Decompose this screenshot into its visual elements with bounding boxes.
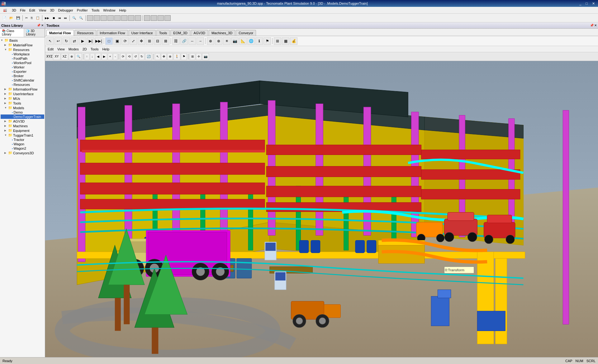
vc-zoom-all[interactable]: ⊕ — [69, 53, 74, 60]
tool-move[interactable]: ✥ — [138, 37, 145, 45]
vc-r2[interactable]: ⟲ — [126, 53, 132, 60]
tool-cursor[interactable]: ↖ — [46, 37, 54, 45]
tool-dash[interactable]: -- — [188, 37, 196, 45]
tb-open[interactable]: 📂 — [8, 15, 14, 21]
tree-item-equipment[interactable]: ▶ 📁 Equipment — [1, 128, 44, 133]
maximize-button[interactable]: □ — [584, 1, 590, 6]
menu-view[interactable]: View — [37, 8, 48, 13]
vc-flag[interactable]: ⚑ — [181, 53, 187, 60]
tab-machines3d[interactable]: Machines_3D — [209, 30, 235, 36]
tb-btn4[interactable]: ⏭ — [63, 15, 68, 21]
tool-rotate[interactable]: ↻ — [63, 37, 70, 45]
tree-item-wagon[interactable]: ▪ Wagon — [1, 142, 44, 146]
menu-file[interactable]: File — [18, 8, 27, 13]
tab-resources[interactable]: Resources — [74, 30, 97, 36]
tab-class-library[interactable]: 📚 Class Library — [0, 29, 24, 37]
tool-link[interactable]: 🔗 — [180, 37, 188, 45]
tool-step-fwd[interactable]: ▶| — [87, 37, 94, 45]
tree-item-resources[interactable]: ▼ 📁 Resources — [1, 47, 44, 52]
tb-b11[interactable] — [158, 15, 164, 21]
tree-item-materialflow[interactable]: ▶ 📁 MaterialFlow — [1, 43, 44, 47]
tree-item-footpath[interactable]: ▪ FootPath — [1, 56, 44, 61]
menu-debugger[interactable]: Debugger — [56, 8, 75, 13]
tab-agv3d[interactable]: AGV3D — [191, 30, 208, 36]
tool-play[interactable]: ▶ — [79, 37, 86, 45]
tree-item-tools[interactable]: ▶ 📁 Tools — [1, 101, 44, 105]
tree-item-models[interactable]: ▼ 📁 Models — [1, 105, 44, 110]
tb-paste[interactable]: 📋 — [35, 15, 41, 21]
menu-tools[interactable]: Tools — [90, 8, 102, 13]
tb-zoom-in[interactable]: 🔍 — [71, 15, 77, 21]
menu-edit[interactable]: Edit — [27, 8, 37, 13]
vt-2d[interactable]: 2D — [81, 47, 88, 51]
tb-save[interactable]: 💾 — [15, 15, 21, 21]
vt-edit[interactable]: Edit — [46, 47, 55, 51]
tool-globe[interactable]: 🌐 — [247, 37, 255, 45]
tb-b5[interactable] — [114, 15, 121, 21]
vc-cam2[interactable]: 📷 — [202, 53, 209, 60]
vc-r4[interactable]: ↻ — [139, 53, 145, 60]
menu-3d-icon[interactable]: 🏭 — [1, 8, 9, 12]
tree-item-userinterface[interactable]: ▶ 📁 UserInterface — [1, 91, 44, 96]
vc-nav-dn[interactable]: ↓ — [90, 53, 95, 60]
vc-grid3d[interactable]: ⊞ — [190, 53, 195, 60]
minimize-button[interactable]: _ — [577, 1, 583, 6]
tree-item-worker[interactable]: ▪ Worker — [1, 65, 44, 69]
tb-b10[interactable] — [151, 15, 157, 21]
vc-orbit[interactable]: ⊕ — [167, 53, 173, 60]
tool-table[interactable]: ▦ — [282, 37, 289, 45]
tree-item-machines[interactable]: ▶ 📁 Machines — [1, 124, 44, 128]
menu-3d2[interactable]: 3D — [48, 8, 56, 13]
tool-connect[interactable]: ↩ — [55, 37, 62, 45]
tool-flag[interactable]: ⚑ — [263, 37, 271, 45]
class-library-close[interactable]: ✕ — [41, 24, 44, 27]
tab-information-flow[interactable]: Information Flow — [97, 30, 128, 36]
vc-zoom-sel[interactable]: 🔍 — [75, 53, 82, 60]
tb-b2[interactable] — [94, 15, 100, 21]
tree-item-basis[interactable]: ▼ 📁 Basis — [1, 38, 44, 43]
tree-item-resources2[interactable]: ▪ Resources — [1, 82, 44, 87]
tool-rotate3d[interactable]: ⟳ — [121, 37, 129, 45]
tree-item-broker[interactable]: ▪ Broker — [1, 74, 44, 78]
menu-window[interactable]: Window — [101, 8, 117, 13]
tb-b1[interactable] — [87, 15, 93, 21]
close-button[interactable]: ✕ — [590, 1, 597, 6]
tb-b7[interactable] — [128, 15, 134, 21]
tool-3d2[interactable]: ⊗ — [215, 37, 222, 45]
vc-pan[interactable]: ✥ — [161, 53, 167, 60]
vc-xz[interactable]: XZ — [61, 53, 68, 60]
tool-light[interactable]: ☀ — [223, 37, 230, 45]
tool-cam[interactable]: 📷 — [231, 37, 239, 45]
tab-3d-library[interactable]: 🧊 3D Library — [24, 29, 45, 37]
tab-user-interface[interactable]: User Interface — [129, 30, 156, 36]
tool-rect-sel[interactable]: □ — [105, 37, 113, 45]
vc-r3[interactable]: ↺ — [133, 53, 138, 60]
vc-xy[interactable]: XY — [53, 53, 60, 60]
tb-zoom-out[interactable]: 🔍 — [78, 15, 84, 21]
vc-nav-prev[interactable]: ◀ — [95, 53, 101, 60]
tb-cut[interactable]: ✂ — [24, 15, 29, 21]
tree-item-informationflow[interactable]: ▶ 📁 InformationFlow — [1, 87, 44, 91]
vt-modes[interactable]: Modes — [67, 47, 80, 51]
vc-nav-minus[interactable]: - — [113, 53, 117, 60]
tool-info[interactable]: ℹ — [255, 37, 263, 45]
menu-3d[interactable]: 3D — [10, 8, 18, 13]
tab-conveyor[interactable]: Conveyor — [236, 30, 256, 36]
tool-grid[interactable]: ⊟ — [154, 37, 161, 45]
tb-b12[interactable] — [164, 15, 171, 21]
vt-tools[interactable]: Tools — [89, 47, 100, 51]
vc-r5[interactable]: 🔄 — [145, 53, 152, 60]
tool-measure[interactable]: 📐 — [239, 37, 247, 45]
tool-step-end[interactable]: ▶▶| — [95, 37, 102, 45]
menu-profiler[interactable]: Profiler — [75, 8, 90, 13]
tree-item-agv3d[interactable]: ▶ 📁 AGV3D — [1, 119, 44, 124]
toolbox-close[interactable]: ✕ — [594, 24, 597, 27]
tree-item-conveyors3d[interactable]: ▶ 📁 Conveyors3D — [1, 151, 44, 155]
vc-nav-next[interactable]: ▶ — [102, 53, 107, 60]
tool-scale[interactable]: ⤢ — [130, 37, 137, 45]
tree-item-demotuggerrtain[interactable]: ▪ DemoTuggerTrain — [1, 114, 44, 119]
tree-item-wagon2[interactable]: ▪ Wagon2 — [1, 146, 44, 151]
tb-btn2[interactable]: ⏹ — [51, 15, 56, 21]
tree-item-workplace[interactable]: ▪ Workplace — [1, 52, 44, 56]
tree-item-mus[interactable]: ▶ 📁 MUs — [1, 96, 44, 101]
